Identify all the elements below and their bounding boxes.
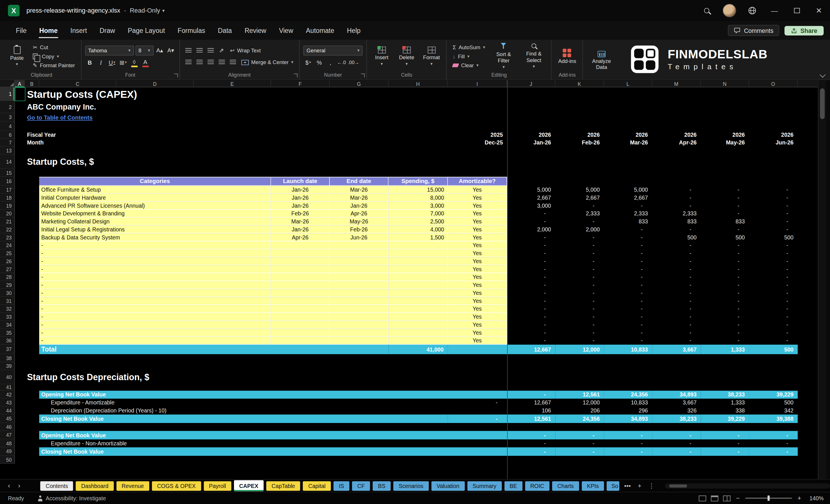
cell-K26[interactable]: - (555, 257, 604, 265)
cell-G34[interactable] (330, 321, 388, 329)
cell-O20[interactable]: - (749, 210, 798, 218)
cell-H17[interactable]: 15,000 (388, 186, 448, 194)
cell-O44[interactable]: 342 (749, 406, 798, 414)
row-header-43[interactable]: 43 (0, 399, 15, 407)
column-header-N[interactable]: N (701, 80, 749, 87)
cell-H25[interactable] (388, 249, 448, 257)
cell-J33[interactable]: - (507, 313, 555, 321)
cell-F34[interactable] (271, 321, 330, 329)
menu-review[interactable]: Review (238, 21, 273, 40)
normal-view-button[interactable] (699, 495, 706, 501)
zoom-slider[interactable] (745, 498, 792, 499)
cell-C23[interactable]: Backup & Data Security System (39, 233, 271, 242)
cell-C43[interactable]: Expenditure - Amortizable (39, 399, 448, 407)
column-header-C[interactable]: C (39, 80, 117, 87)
cell-N34[interactable]: - (701, 321, 749, 329)
cell-J23[interactable]: - (507, 233, 555, 242)
cell-N32[interactable]: - (701, 305, 749, 313)
cell-K28[interactable]: - (555, 273, 604, 281)
cell-O27[interactable]: - (749, 265, 798, 273)
toc-link[interactable]: Go to Table of Contents (25, 113, 271, 122)
cell-H20[interactable]: 7,000 (388, 210, 448, 218)
cell-B6[interactable]: Fiscal Year (25, 131, 117, 139)
cell-G28[interactable] (330, 273, 388, 281)
row-header-23[interactable]: 23 (0, 233, 15, 242)
cell-G36[interactable] (330, 337, 388, 345)
minimize-button[interactable]: — (763, 0, 786, 21)
column-header-O[interactable]: O (749, 80, 798, 87)
accessibility-status[interactable]: Accessibility: Investigate (38, 495, 106, 501)
cell-F23[interactable]: Apr-26 (271, 233, 330, 242)
cell-I32[interactable]: Yes (448, 305, 507, 313)
cell-L47[interactable]: - (604, 431, 652, 440)
sheet-tab-be[interactable]: BE (504, 481, 522, 490)
align-top-button[interactable] (183, 46, 193, 55)
cell-L36[interactable]: - (604, 337, 652, 345)
collapse-ribbon-button[interactable] (820, 71, 826, 77)
cell-C33[interactable]: - (39, 313, 271, 321)
cell-F26[interactable] (271, 257, 330, 265)
cell-F28[interactable] (271, 273, 330, 281)
cell-I34[interactable]: Yes (448, 321, 507, 329)
row-header-28[interactable]: 28 (0, 273, 15, 281)
cell-L7[interactable]: Mar-26 (604, 139, 652, 147)
cell-O18[interactable]: - (749, 194, 798, 202)
sheet-tab-valuation[interactable]: Valuation (431, 481, 465, 490)
find-select-button[interactable]: Find & Select▾ (520, 42, 547, 71)
cell-N48[interactable]: - (701, 439, 749, 447)
cell-L43[interactable]: 10,833 (604, 399, 652, 407)
orientation-button[interactable]: ⇗ (217, 46, 226, 55)
cell-M18[interactable]: - (652, 194, 701, 202)
row-header-25[interactable]: 25 (0, 249, 15, 257)
sheet-tab-capex[interactable]: CAPEX (234, 480, 264, 492)
cell-J36[interactable]: - (507, 337, 555, 345)
cell-H24[interactable] (388, 242, 448, 249)
cell-C22[interactable]: Initial Legal Setup & Registrations (39, 225, 271, 233)
cell-O7[interactable]: Jun-26 (749, 139, 798, 147)
cell-M6[interactable]: 2026 (652, 131, 701, 139)
row-header-37[interactable]: 37 (0, 345, 15, 354)
cell-L33[interactable]: - (604, 313, 652, 321)
menu-file[interactable]: File (9, 21, 33, 40)
cell-J29[interactable]: - (507, 281, 555, 289)
cell-G24[interactable] (330, 242, 388, 249)
cell-F24[interactable] (271, 242, 330, 249)
page-layout-view-button[interactable] (711, 495, 719, 501)
cell-L26[interactable]: - (604, 257, 652, 265)
cell-M42[interactable]: 34,893 (652, 391, 701, 399)
sheet-tab-is[interactable]: IS (333, 481, 349, 490)
row-header-45[interactable]: 45 (0, 414, 15, 423)
column-header-H[interactable]: H (388, 80, 448, 87)
row-header-41[interactable]: 41 (0, 384, 15, 391)
cell-G17[interactable]: Mar-26 (330, 186, 388, 194)
cell-B14[interactable]: Startup Costs, $ (25, 154, 271, 169)
cell-L34[interactable]: - (604, 321, 652, 329)
cell-M27[interactable]: - (652, 265, 701, 273)
cell-M23[interactable]: 500 (652, 233, 701, 242)
cell-I18[interactable]: Yes (448, 194, 507, 202)
sheet-tab-scenarios[interactable]: Scenarios (393, 481, 428, 490)
cell-F17[interactable]: Jan-26 (271, 186, 330, 194)
insert-cells-button[interactable]: Insert▾ (371, 45, 393, 68)
menu-insert[interactable]: Insert (64, 21, 93, 40)
cell-K22[interactable]: 2,000 (555, 225, 604, 233)
cell-K19[interactable]: - (555, 202, 604, 210)
cell-M47[interactable]: - (652, 431, 701, 440)
cell-O47[interactable]: - (749, 431, 798, 440)
cell-K23[interactable]: - (555, 233, 604, 242)
cell-M34[interactable]: - (652, 321, 701, 329)
cell-M20[interactable]: 2,333 (652, 210, 701, 218)
cell-J32[interactable]: - (507, 305, 555, 313)
cell-M26[interactable]: - (652, 257, 701, 265)
row-header-38[interactable]: 38 (0, 354, 15, 362)
cell-G19[interactable]: Jan-26 (330, 202, 388, 210)
new-sheet-button[interactable]: + (636, 482, 643, 490)
cell-I27[interactable]: Yes (448, 265, 507, 273)
cell-N31[interactable]: - (701, 297, 749, 305)
row-header-24[interactable]: 24 (0, 242, 15, 249)
row-header-47[interactable]: 47 (0, 431, 15, 440)
cell-C26[interactable]: - (39, 257, 271, 265)
cell-C21[interactable]: Marketing Collateral Design (39, 218, 271, 226)
cell-K21[interactable]: - (555, 218, 604, 226)
row-header-35[interactable]: 35 (0, 329, 15, 337)
